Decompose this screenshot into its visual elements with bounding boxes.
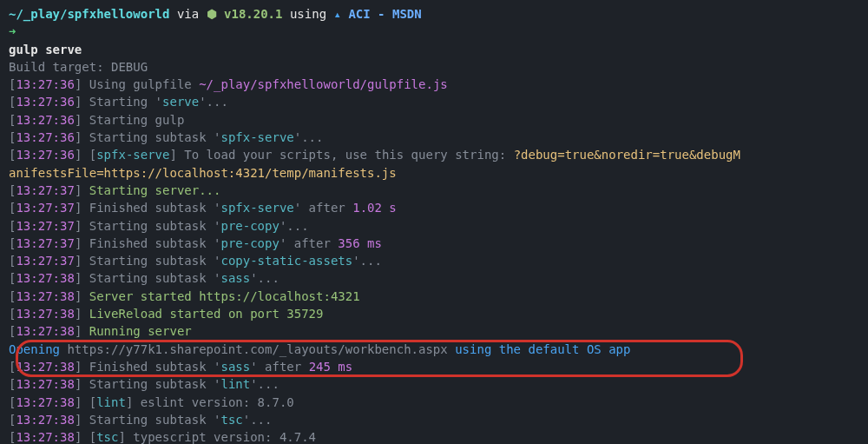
log-line: anifestsFile=https://localhost:4321/temp… xyxy=(9,164,859,182)
prompt-arrow-icon: ➜ xyxy=(9,24,16,38)
node-icon: ⬢ xyxy=(207,7,217,21)
cloud-icon: ▴ xyxy=(334,7,341,21)
command: gulp serve xyxy=(9,41,859,58)
prompt-using: using xyxy=(290,7,326,21)
log-line: [13:27:38] [tsc] typescript version: 4.7… xyxy=(9,428,859,444)
log-line: [13:27:37] Starting server... xyxy=(9,182,859,199)
log-line: [13:27:36] Starting gulp xyxy=(9,111,859,129)
log-line: [13:27:37] Finished subtask 'pre-copy' a… xyxy=(9,235,859,252)
node-version: v18.20.1 xyxy=(224,7,282,21)
terminal-output: ~/_play/spfxhelloworld via ⬢ v18.20.1 us… xyxy=(9,5,859,444)
prompt-cwd: ~/_play/spfxhelloworld xyxy=(9,7,169,21)
cloud-label: ACI - xyxy=(348,7,385,21)
shell-prompt: ~/_play/spfxhelloworld via ⬢ v18.20.1 us… xyxy=(9,5,859,23)
log-line: [13:27:38] Server started https://localh… xyxy=(9,288,859,305)
log-line: [13:27:37] Starting subtask 'pre-copy'..… xyxy=(9,217,859,235)
log-line: [13:27:38] [lint] eslint version: 8.7.0 xyxy=(9,394,859,411)
log-line: [13:27:38] LiveReload started on port 35… xyxy=(9,305,859,322)
prompt-via: via xyxy=(177,7,199,21)
log-line: [13:27:38] Starting subtask 'tsc'... xyxy=(9,411,859,428)
log-line: [13:27:36] [spfx-serve] To load your scr… xyxy=(9,146,859,163)
build-target: Build target: DEBUG xyxy=(9,58,859,76)
cloud-context: MSDN xyxy=(385,7,422,21)
log-line: [13:27:38] Starting subtask 'lint'... xyxy=(9,375,859,393)
log-line: [13:27:36] Starting 'serve'... xyxy=(9,93,859,110)
log-line: [13:27:37] Finished subtask 'spfx-serve'… xyxy=(9,199,859,216)
log-line: [13:27:36] Starting subtask 'spfx-serve'… xyxy=(9,129,859,146)
log-line: [13:27:36] Using gulpfile ~/_play/spfxhe… xyxy=(9,76,859,93)
log-line-opening: Opening https://y77k1.sharepoint.com/_la… xyxy=(9,341,859,358)
log-line: [13:27:38] Starting subtask 'sass'... xyxy=(9,269,859,287)
log-line: [13:27:37] Starting subtask 'copy-static… xyxy=(9,252,859,269)
prompt-arrow-line: ➜ xyxy=(9,23,859,40)
log-line: [13:27:38] Running server xyxy=(9,322,859,340)
log-line: [13:27:38] Finished subtask 'sass' after… xyxy=(9,358,859,375)
